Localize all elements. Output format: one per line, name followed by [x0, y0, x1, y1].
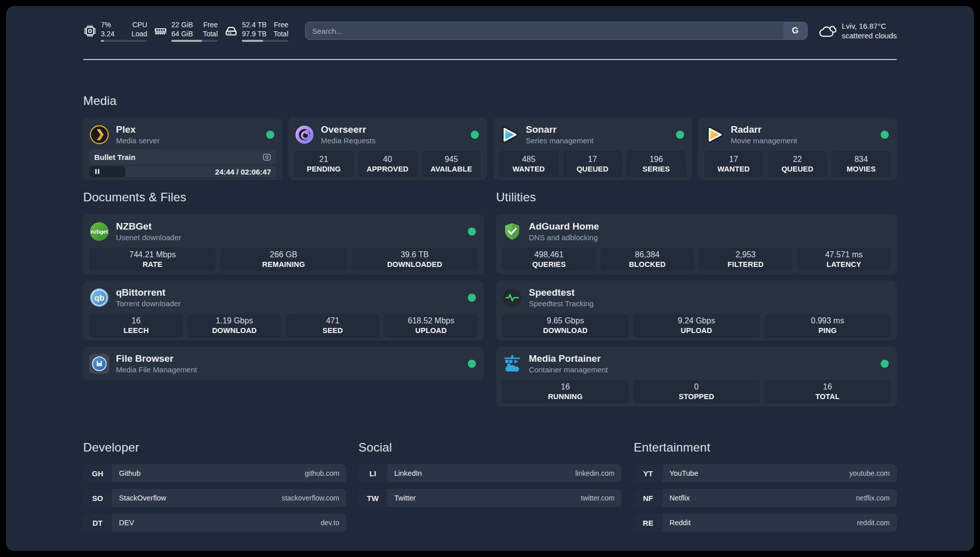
service-card-adguard[interactable]: AdGuard Home DNS and adblocking 498,461 … — [496, 214, 897, 274]
status-dot — [881, 131, 889, 139]
speedtest-logo — [502, 288, 522, 308]
bookmark-github[interactable]: GH Github github.com — [83, 464, 346, 482]
service-card-plex[interactable]: Plex Media server Bullet Train 24:44 / 0… — [83, 118, 282, 180]
stat-value: 485 — [522, 154, 535, 164]
bookmark-url: dev.to — [321, 519, 339, 527]
cpu-progress-track — [101, 40, 147, 42]
stat-value: 471 — [326, 316, 340, 326]
bookmark-abbr: GH — [83, 464, 112, 482]
stat-value: 945 — [445, 154, 458, 164]
service-title: qBittorrent — [116, 287, 468, 299]
stat-tile: 744.21 Mbps RATE — [89, 248, 216, 271]
disk-widget: 52.4 TB 97.9 TB Free Total — [224, 20, 288, 42]
bookmark-abbr: YT — [634, 464, 662, 482]
status-dot — [468, 360, 476, 368]
stat-value: 2,953 — [736, 250, 756, 260]
service-card-sonarr[interactable]: Sonarr Series management 485 WANTED 17 Q… — [493, 118, 692, 180]
service-title: Sonarr — [526, 124, 676, 136]
stat-tile: 22 QUEUED — [768, 151, 827, 177]
stat-tile: 17 QUEUED — [563, 151, 623, 177]
memory-free-value: 22 GiB — [171, 20, 193, 29]
stat-label: PENDING — [307, 164, 341, 174]
stat-tile: 16 LEECH — [89, 314, 183, 338]
filebrowser-logo — [89, 354, 109, 374]
stat-tile: 618.52 Mbps UPLOAD — [384, 314, 478, 338]
service-subtitle: Container management — [529, 365, 881, 374]
stat-value: 22 — [793, 154, 802, 164]
search-provider-button[interactable]: G — [783, 22, 807, 39]
bookmark-reddit[interactable]: RE Reddit reddit.com — [634, 514, 897, 532]
disk-total-label: Total — [273, 29, 288, 38]
stat-value: 16 — [823, 382, 832, 392]
cpu-usage-label: CPU — [132, 20, 147, 29]
stat-tile: 16 RUNNING — [502, 380, 629, 404]
service-card-radarr[interactable]: Radarr Movie management 17 WANTED 22 QUE… — [698, 118, 897, 180]
service-card-qbittorrent[interactable]: qBittorrent Torrent downloader 16 LEECH — [83, 281, 484, 341]
search-input[interactable] — [305, 22, 783, 39]
media-grid: Plex Media server Bullet Train 24:44 / 0… — [83, 118, 897, 180]
cpu-load-value: 3.24 — [101, 29, 114, 38]
service-card-portainer[interactable]: Media Portainer Container management 16 … — [496, 347, 897, 407]
adguard-logo — [502, 221, 522, 242]
service-card-speedtest[interactable]: Speedtest Speedtest Tracking 9.65 Gbps D… — [496, 281, 897, 341]
stat-label: LATENCY — [827, 260, 862, 269]
stat-tile: 21 PENDING — [294, 151, 354, 177]
overseerr-logo — [294, 125, 315, 145]
stat-tile: 266 GB REMAINING — [220, 248, 347, 271]
section-title-utilities: Utilities — [496, 190, 897, 204]
stat-label: SERIES — [643, 164, 670, 174]
service-card-nzbget[interactable]: NZBGet Usenet downloader 744.21 Mbps RAT… — [83, 214, 484, 274]
service-card-filebrowser[interactable]: File Browser Media File Management — [83, 347, 484, 380]
weather-widget[interactable]: Lviv, 16.87°C scattered clouds — [819, 21, 897, 40]
bookmark-netflix[interactable]: NF Netflix netflix.com — [634, 489, 897, 507]
stat-tile: 498,461 QUERIES — [502, 248, 596, 271]
bookmark-url: reddit.com — [857, 519, 890, 527]
nzbget-logo — [89, 221, 109, 242]
bookmark-name: DEV — [119, 519, 134, 527]
disk-progress-track — [242, 40, 288, 42]
bookmark-group-entertainment: Entertainment YT YouTube youtube.com NF … — [634, 440, 897, 538]
bookmark-group-title: Entertainment — [634, 440, 897, 455]
cpu-progress-fill — [101, 40, 104, 42]
stat-value: 21 — [319, 154, 328, 164]
header-divider — [83, 59, 897, 60]
bookmark-linkedin[interactable]: LI LinkedIn linkedin.com — [358, 464, 622, 482]
stat-value: 9.24 Gbps — [678, 316, 715, 326]
cast-icon — [263, 153, 271, 161]
bookmark-abbr: SO — [83, 489, 112, 507]
bookmark-abbr: LI — [358, 464, 387, 482]
bookmark-url: stackoverflow.com — [282, 494, 339, 502]
service-subtitle: Movie management — [731, 136, 881, 145]
stat-tile: 39.6 TB DOWNLOADED — [351, 248, 478, 271]
stat-value: 86,384 — [635, 250, 660, 260]
service-subtitle: Torrent downloader — [116, 299, 468, 308]
memory-icon — [154, 24, 167, 38]
pause-icon[interactable] — [94, 169, 100, 175]
service-title: Overseerr — [321, 124, 471, 136]
bookmark-youtube[interactable]: YT YouTube youtube.com — [634, 464, 897, 482]
stat-tile: 47.571 ms LATENCY — [797, 248, 891, 271]
stat-label: WANTED — [513, 164, 545, 174]
bookmark-dev[interactable]: DT DEV dev.to — [83, 514, 346, 532]
disk-free-value: 52.4 TB — [242, 20, 267, 29]
stat-value: 196 — [649, 154, 663, 164]
top-bar: 7% 3.24 CPU Load — [83, 16, 897, 45]
stat-label: QUEUED — [577, 164, 608, 174]
status-dot — [471, 131, 479, 139]
stat-value: 47.571 ms — [825, 250, 863, 260]
service-title: File Browser — [116, 353, 468, 365]
bookmark-url: twitter.com — [581, 494, 615, 502]
service-card-overseerr[interactable]: Overseerr Media Requests 21 PENDING 40 A… — [288, 118, 487, 180]
stat-label: UPLOAD — [415, 326, 447, 336]
bookmark-url: youtube.com — [849, 469, 890, 477]
service-title: Plex — [116, 124, 266, 136]
bookmark-twitter[interactable]: TW Twitter twitter.com — [358, 489, 622, 507]
bookmark-url: linkedin.com — [575, 469, 615, 477]
stat-tile: 86,384 BLOCKED — [600, 248, 694, 271]
stat-tile: 9.65 Gbps DOWNLOAD — [502, 314, 629, 338]
stat-value: 40 — [383, 154, 392, 164]
bookmark-name: YouTube — [669, 469, 698, 477]
stat-tile: 0 STOPPED — [633, 380, 760, 404]
bookmark-stackoverflow[interactable]: SO StackOverflow stackoverflow.com — [83, 489, 346, 507]
stat-value: 266 GB — [270, 250, 297, 260]
